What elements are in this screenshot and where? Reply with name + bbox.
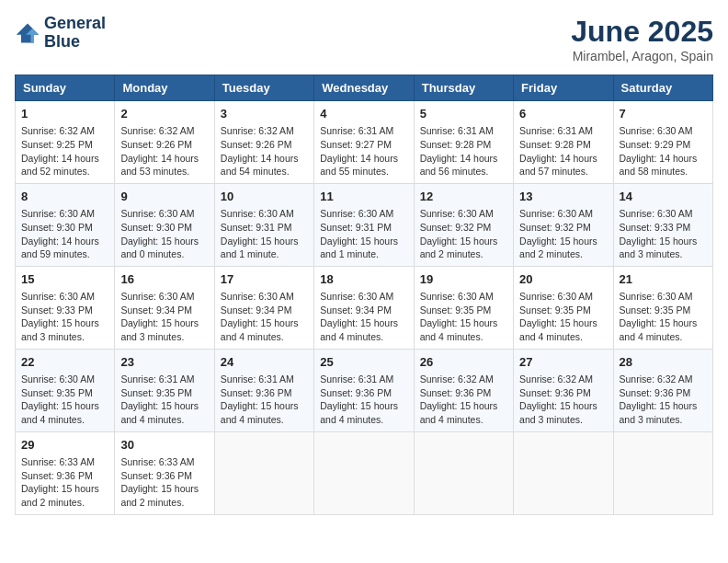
sunset-text: Sunset: 9:34 PM xyxy=(320,304,392,316)
day-number: 10 xyxy=(221,189,308,205)
sunset-text: Sunset: 9:36 PM xyxy=(21,470,93,481)
logo-icon xyxy=(15,20,40,46)
calendar-header-row: SundayMondayTuesdayWednesdayThursdayFrid… xyxy=(16,75,713,101)
daylight-text: Daylight: 15 hours and 4 minutes. xyxy=(120,400,199,425)
calendar-cell xyxy=(613,431,712,514)
calendar-cell: 16Sunrise: 6:30 AMSunset: 9:34 PMDayligh… xyxy=(115,266,214,349)
sunset-text: Sunset: 9:35 PM xyxy=(21,387,93,398)
page-header: General Blue June 2025 Mirambel, Aragon,… xyxy=(15,15,713,63)
week-row-5: 29Sunrise: 6:33 AMSunset: 9:36 PMDayligh… xyxy=(16,431,713,514)
sunrise-text: Sunrise: 6:30 AM xyxy=(420,291,494,302)
day-number: 1 xyxy=(21,106,108,122)
daylight-text: Daylight: 15 hours and 2 minutes. xyxy=(120,483,199,508)
day-number: 2 xyxy=(120,106,208,122)
daylight-text: Daylight: 14 hours and 53 minutes. xyxy=(120,153,199,178)
column-header-sunday: Sunday xyxy=(16,75,115,101)
sunrise-text: Sunrise: 6:32 AM xyxy=(420,373,494,385)
day-number: 29 xyxy=(21,437,108,454)
sunrise-text: Sunrise: 6:30 AM xyxy=(120,291,194,302)
calendar-cell: 21Sunrise: 6:30 AMSunset: 9:35 PMDayligh… xyxy=(613,266,712,349)
sunset-text: Sunset: 9:30 PM xyxy=(21,222,93,233)
day-number: 4 xyxy=(320,106,407,122)
logo-line1: General xyxy=(44,15,106,33)
logo: General Blue xyxy=(15,15,106,52)
sunset-text: Sunset: 9:35 PM xyxy=(120,387,192,398)
sunrise-text: Sunrise: 6:31 AM xyxy=(420,125,494,136)
daylight-text: Daylight: 15 hours and 4 minutes. xyxy=(420,400,498,425)
day-number: 28 xyxy=(620,354,707,371)
calendar-cell xyxy=(514,431,613,514)
calendar-cell: 11Sunrise: 6:30 AMSunset: 9:31 PMDayligh… xyxy=(314,183,414,266)
sunrise-text: Sunrise: 6:32 AM xyxy=(620,373,693,385)
week-row-3: 15Sunrise: 6:30 AMSunset: 9:33 PMDayligh… xyxy=(16,266,713,349)
calendar-cell xyxy=(314,431,414,514)
day-number: 19 xyxy=(420,271,507,288)
calendar-cell: 9Sunrise: 6:30 AMSunset: 9:30 PMDaylight… xyxy=(115,183,214,266)
day-number: 27 xyxy=(519,354,607,371)
sunrise-text: Sunrise: 6:30 AM xyxy=(420,208,494,219)
sunrise-text: Sunrise: 6:31 AM xyxy=(120,373,194,385)
sunrise-text: Sunrise: 6:30 AM xyxy=(221,208,294,219)
logo-line2: Blue xyxy=(44,33,106,52)
calendar-cell: 13Sunrise: 6:30 AMSunset: 9:32 PMDayligh… xyxy=(514,183,613,266)
calendar-cell xyxy=(414,431,513,514)
day-number: 12 xyxy=(420,189,507,205)
sunrise-text: Sunrise: 6:30 AM xyxy=(620,125,693,136)
calendar-cell: 4Sunrise: 6:31 AMSunset: 9:27 PMDaylight… xyxy=(314,101,414,184)
sunrise-text: Sunrise: 6:30 AM xyxy=(620,208,693,219)
calendar-cell: 5Sunrise: 6:31 AMSunset: 9:28 PMDaylight… xyxy=(414,101,513,184)
daylight-text: Daylight: 15 hours and 2 minutes. xyxy=(420,236,498,260)
sunrise-text: Sunrise: 6:30 AM xyxy=(519,208,593,219)
sunset-text: Sunset: 9:36 PM xyxy=(120,470,192,481)
calendar-cell: 27Sunrise: 6:32 AMSunset: 9:36 PMDayligh… xyxy=(514,349,613,431)
day-number: 30 xyxy=(120,437,208,454)
sunrise-text: Sunrise: 6:33 AM xyxy=(21,456,95,467)
daylight-text: Daylight: 15 hours and 3 minutes. xyxy=(620,400,698,425)
day-number: 15 xyxy=(21,271,108,288)
sunset-text: Sunset: 9:28 PM xyxy=(420,139,492,150)
sunrise-text: Sunrise: 6:31 AM xyxy=(519,125,593,136)
day-number: 9 xyxy=(120,189,208,205)
day-number: 14 xyxy=(620,189,707,205)
calendar-cell: 3Sunrise: 6:32 AMSunset: 9:26 PMDaylight… xyxy=(214,101,313,184)
daylight-text: Daylight: 15 hours and 4 minutes. xyxy=(420,317,498,342)
column-header-wednesday: Wednesday xyxy=(314,75,414,101)
sunset-text: Sunset: 9:36 PM xyxy=(221,387,292,398)
sunset-text: Sunset: 9:26 PM xyxy=(221,139,292,150)
sunrise-text: Sunrise: 6:30 AM xyxy=(21,373,95,385)
sunrise-text: Sunrise: 6:30 AM xyxy=(120,208,194,219)
week-row-1: 1Sunrise: 6:32 AMSunset: 9:25 PMDaylight… xyxy=(16,101,713,184)
daylight-text: Daylight: 15 hours and 4 minutes. xyxy=(519,317,597,342)
day-number: 6 xyxy=(519,106,607,122)
column-header-tuesday: Tuesday xyxy=(214,75,313,101)
sunrise-text: Sunrise: 6:30 AM xyxy=(519,291,593,302)
title-block: June 2025 Mirambel, Aragon, Spain xyxy=(571,15,713,63)
daylight-text: Daylight: 15 hours and 1 minute. xyxy=(320,236,398,260)
calendar-cell: 17Sunrise: 6:30 AMSunset: 9:34 PMDayligh… xyxy=(214,266,313,349)
sunset-text: Sunset: 9:33 PM xyxy=(21,304,93,316)
sunrise-text: Sunrise: 6:31 AM xyxy=(320,373,393,385)
sunset-text: Sunset: 9:36 PM xyxy=(420,387,492,398)
calendar-cell: 20Sunrise: 6:30 AMSunset: 9:35 PMDayligh… xyxy=(514,266,613,349)
sunset-text: Sunset: 9:25 PM xyxy=(21,139,93,150)
daylight-text: Daylight: 15 hours and 2 minutes. xyxy=(21,483,99,508)
day-number: 22 xyxy=(21,354,108,371)
day-number: 24 xyxy=(221,354,308,371)
calendar-cell: 22Sunrise: 6:30 AMSunset: 9:35 PMDayligh… xyxy=(16,349,115,431)
calendar-cell: 30Sunrise: 6:33 AMSunset: 9:36 PMDayligh… xyxy=(115,431,214,514)
sunset-text: Sunset: 9:36 PM xyxy=(620,387,691,398)
column-header-friday: Friday xyxy=(514,75,613,101)
column-header-saturday: Saturday xyxy=(613,75,712,101)
sunrise-text: Sunrise: 6:30 AM xyxy=(320,208,393,219)
daylight-text: Daylight: 15 hours and 4 minutes. xyxy=(320,317,398,342)
sunset-text: Sunset: 9:34 PM xyxy=(221,304,292,316)
month-title: June 2025 xyxy=(571,15,713,49)
sunrise-text: Sunrise: 6:30 AM xyxy=(320,291,393,302)
calendar-cell: 18Sunrise: 6:30 AMSunset: 9:34 PMDayligh… xyxy=(314,266,414,349)
sunset-text: Sunset: 9:35 PM xyxy=(620,304,691,316)
sunrise-text: Sunrise: 6:31 AM xyxy=(320,125,393,136)
sunrise-text: Sunrise: 6:31 AM xyxy=(221,373,294,385)
daylight-text: Daylight: 14 hours and 55 minutes. xyxy=(320,153,398,178)
calendar-cell: 12Sunrise: 6:30 AMSunset: 9:32 PMDayligh… xyxy=(414,183,513,266)
sunrise-text: Sunrise: 6:30 AM xyxy=(221,291,294,302)
